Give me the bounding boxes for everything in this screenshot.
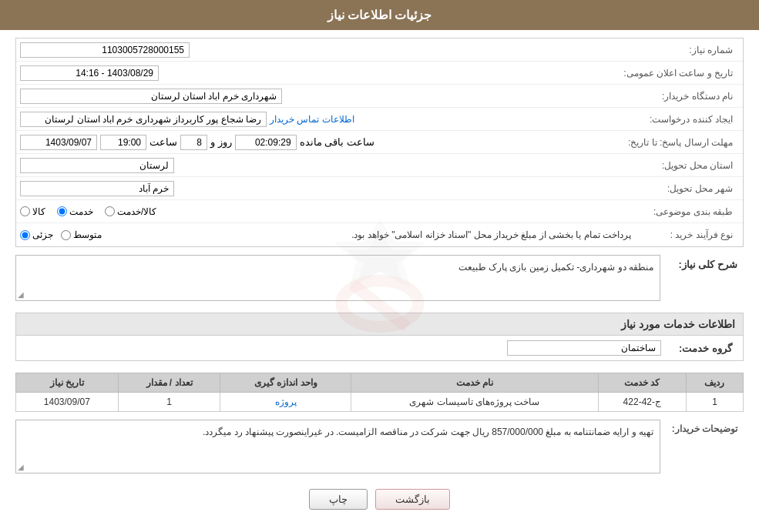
- tabaqe-kala-khedmat-item: کالا/خدمت: [105, 206, 156, 217]
- sharh-resize-handle: ◢: [18, 290, 24, 299]
- khadamat-section-title: اطلاعات خدمات مورد نیاز: [15, 313, 744, 335]
- tabaqe-khedmat-label: خدمت: [69, 206, 93, 217]
- sharh-section: شرح کلی نیاز: منطقه دو شهرداری- تکمیل زم…: [15, 255, 744, 301]
- tavzih-section: توضیحات خریدار: تهیه و ارایه ضمانتنامه ب…: [15, 420, 744, 473]
- tavzih-resize-handle: ◢: [18, 463, 24, 471]
- shomare-niaz-label: شماره نیاز:: [639, 45, 739, 55]
- tavzih-row: توضیحات خریدار: تهیه و ارایه ضمانتنامه ب…: [15, 420, 744, 473]
- services-table: ردیف کد خدمت نام خدمت واحد اندازه گیری ت…: [15, 373, 744, 412]
- col-vahed: واحد اندازه گیری: [220, 373, 351, 393]
- tabaqe-label: طبقه بندی موضوعی:: [639, 206, 739, 217]
- nooe-jozei-radio[interactable]: [20, 230, 30, 240]
- chap-button[interactable]: چاپ: [309, 489, 368, 510]
- tarikh-input[interactable]: [20, 65, 159, 81]
- grohe-label: گروه خدمت:: [661, 343, 738, 354]
- info-section: شماره نیاز: تاریخ و ساعت اعلان عمومی: نا…: [15, 38, 744, 247]
- nooe-motovaset-radio[interactable]: [61, 230, 71, 240]
- col-kod: کد خدمت: [598, 373, 686, 393]
- page-container: جزئیات اطلاعات نیاز شماره نیاز:: [0, 0, 759, 532]
- grohe-input[interactable]: [507, 340, 661, 356]
- mohlat-value-cell: ساعت باقی مانده روز و ساعت: [20, 135, 628, 150]
- tabaqe-kala-khedmat-label: کالا/خدمت: [117, 206, 156, 217]
- cell-tarikh: 1403/09/07: [16, 393, 119, 412]
- tarikh-value-cell: [20, 65, 623, 81]
- services-table-head: ردیف کد خدمت نام خدمت واحد اندازه گیری ت…: [16, 373, 744, 393]
- nooe-farayand-inner: پرداخت تمام یا بخشی از مبلغ خریداز محل "…: [20, 229, 639, 240]
- header-title: جزئیات اطلاعات نیاز: [327, 8, 432, 22]
- tabaqe-kala-radio[interactable]: [20, 206, 30, 216]
- ettelaat-link[interactable]: اطلاعات تماس خریدار: [270, 114, 354, 125]
- cell-radif: 1: [686, 393, 743, 412]
- nam-dastgah-value-cell: [20, 89, 639, 104]
- ijad-row: ایجاد کننده درخواست: اطلاعات تماس خریدار: [16, 108, 743, 131]
- khadamat-title-text: اطلاعات خدمات مورد نیاز: [621, 318, 735, 330]
- mohlat-row: مهلت ارسال پاسخ: تا تاریخ: ساعت باقی مان…: [16, 131, 743, 154]
- shahr-input[interactable]: [20, 181, 174, 196]
- tarikh-label: تاریخ و ساعت اعلان عمومی:: [623, 68, 739, 79]
- cell-kod: ج-42-422: [598, 393, 686, 412]
- table-row: 1 ج-42-422 ساخت پروژه‌های تاسیسات شهری پ…: [16, 393, 744, 412]
- services-header-row: ردیف کد خدمت نام خدمت واحد اندازه گیری ت…: [16, 373, 744, 393]
- tabaqe-kala-khedmat-radio[interactable]: [105, 206, 115, 216]
- nooe-motovaset-item: متوسط: [61, 229, 102, 240]
- main-content: شماره نیاز: تاریخ و ساعت اعلان عمومی: نا…: [0, 30, 759, 532]
- mohlat-saat-input[interactable]: [100, 135, 146, 150]
- sharh-row: شرح کلی نیاز: منطقه دو شهرداری- تکمیل زم…: [15, 255, 744, 301]
- shomare-niaz-input[interactable]: [20, 42, 190, 58]
- nooe-farayand-text: پرداخت تمام یا بخشی از مبلغ خریداز محل "…: [108, 229, 639, 240]
- col-tarikh: تاریخ نیاز: [16, 373, 119, 393]
- mohlat-mande-input[interactable]: [235, 135, 297, 150]
- tarikh-row: تاریخ و ساعت اعلان عمومی:: [16, 62, 743, 85]
- tavzih-label: توضیحات خریدار:: [667, 420, 744, 434]
- nam-dastgah-label: نام دستگاه خریدار:: [639, 91, 739, 102]
- sharh-label: شرح کلی نیاز:: [667, 255, 744, 270]
- col-radif: ردیف: [686, 373, 743, 393]
- sharh-text: منطقه دو شهرداری- تکمیل زمین بازی پارک ط…: [458, 262, 653, 273]
- ostan-label: استان محل تحویل:: [639, 160, 739, 171]
- mohlat-date-input[interactable]: [20, 135, 97, 150]
- tabaqe-kala-label: کالا: [32, 206, 45, 217]
- mohlat-saat-label: ساعت: [149, 136, 177, 148]
- nooe-farayand-row: نوع فرآیند خرید : پرداخت تمام یا بخشی از…: [16, 223, 743, 246]
- ijad-label: ایجاد کننده درخواست:: [639, 114, 739, 125]
- buttons-row: بازگشت چاپ: [15, 489, 744, 510]
- cell-tedad: 1: [118, 393, 220, 412]
- ostan-value-cell: [20, 158, 639, 173]
- sharh-box: منطقه دو شهرداری- تکمیل زمین بازی پارک ط…: [15, 255, 660, 301]
- shomare-niaz-value-cell: [20, 42, 639, 58]
- nooe-radio-group: متوسط جزئی: [20, 229, 102, 240]
- nooe-jozei-item: جزئی: [20, 229, 53, 240]
- services-table-body: 1 ج-42-422 ساخت پروژه‌های تاسیسات شهری پ…: [16, 393, 744, 412]
- ostan-input[interactable]: [20, 158, 174, 173]
- mohlat-roz-label: روز و: [210, 136, 232, 148]
- nooe-motovaset-label: متوسط: [73, 229, 102, 240]
- sharh-box-container: منطقه دو شهرداری- تکمیل زمین بازی پارک ط…: [15, 255, 660, 301]
- nooe-farayand-label: نوع فرآیند خرید :: [639, 229, 739, 240]
- cell-vahed: پروژه: [220, 393, 351, 412]
- tavzih-box: تهیه و ارایه ضمانتنامه به مبلغ 857/000/0…: [15, 420, 660, 473]
- ijad-inline: اطلاعات تماس خریدار: [20, 112, 354, 127]
- tabaqe-radio-group: کالا/خدمت خدمت کالا: [20, 206, 156, 217]
- ostan-row: استان محل تحویل:: [16, 154, 743, 177]
- tabaqe-row: طبقه بندی موضوعی: کالا/خدمت خدمت کالا: [16, 200, 743, 223]
- bazgasht-button[interactable]: بازگشت: [375, 489, 450, 510]
- col-tedad: تعداد / مقدار: [118, 373, 220, 393]
- nooe-jozei-label: جزئی: [32, 229, 53, 240]
- nooe-farayand-value-cell: پرداخت تمام یا بخشی از مبلغ خریداز محل "…: [20, 229, 639, 240]
- shahr-value-cell: [20, 181, 639, 196]
- ijad-input[interactable]: [20, 112, 267, 127]
- mohlat-label: مهلت ارسال پاسخ: تا تاریخ:: [628, 137, 739, 148]
- nam-dastgah-row: نام دستگاه خریدار:: [16, 85, 743, 108]
- mohlat-roz-input[interactable]: [180, 135, 207, 150]
- services-section: ردیف کد خدمت نام خدمت واحد اندازه گیری ت…: [15, 373, 744, 412]
- nam-dastgah-input[interactable]: [20, 89, 282, 104]
- grohe-row: گروه خدمت:: [15, 335, 744, 361]
- page-header: جزئیات اطلاعات نیاز: [0, 0, 759, 30]
- shahr-row: شهر محل تحویل:: [16, 177, 743, 200]
- tabaqe-khedmat-radio[interactable]: [57, 206, 67, 216]
- shahr-label: شهر محل تحویل:: [639, 183, 739, 194]
- shomare-niaz-row: شماره نیاز:: [16, 38, 743, 62]
- mohlat-mande-label: ساعت باقی مانده: [300, 136, 374, 148]
- tabaqe-value-cell: کالا/خدمت خدمت کالا: [20, 206, 639, 217]
- tabaqe-kala-item: کالا: [20, 206, 45, 217]
